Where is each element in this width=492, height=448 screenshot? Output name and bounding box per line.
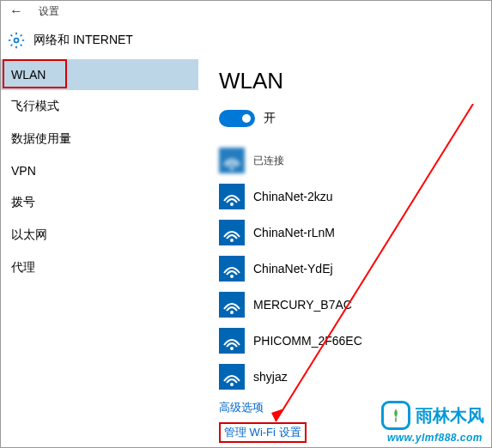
sidebar-item-vpn[interactable]: VPN [1,155,198,186]
sidebar-item-wlan[interactable]: WLAN [1,59,198,90]
watermark-text: 雨林木风 [416,404,484,427]
svg-point-8 [230,275,234,278]
wifi-icon [219,148,245,173]
network-item[interactable]: 已连接 [219,142,484,179]
network-name: ChinaNet-2kzu [253,190,333,203]
network-status: 已连接 [253,154,284,166]
back-button[interactable]: ← [9,3,23,19]
wifi-icon [219,364,245,390]
sidebar-item-dialup[interactable]: 拨号 [1,186,198,219]
header-title: 设置 [39,4,59,19]
section-title: 网络和 INTERNET [33,33,133,48]
manage-wifi-link[interactable]: 管理 Wi-Fi 设置 [219,422,307,443]
sidebar-item-data-usage[interactable]: 数据使用量 [1,123,198,155]
sidebar-item-proxy[interactable]: 代理 [1,251,198,284]
wifi-icon [219,328,245,354]
network-name: ChinaNet-YdEj [253,262,333,275]
sidebar-item-ethernet[interactable]: 以太网 [1,219,198,251]
network-list: 已连接 ChinaNet-2kzu ChinaNet-rLnM ChinaNet… [219,142,484,395]
wifi-icon [219,220,245,245]
watermark-icon [381,401,410,430]
svg-point-10 [230,311,234,314]
watermark: 雨林木风 [381,401,484,430]
network-name: ChinaNet-rLnM [253,226,335,239]
network-item[interactable]: MERCURY_B7AC [219,287,484,323]
svg-point-12 [230,347,234,350]
wifi-icon [219,256,245,282]
svg-point-0 [15,39,19,43]
svg-point-6 [230,239,234,242]
network-item[interactable]: PHICOMM_2F66EC [219,323,484,359]
wlan-toggle[interactable] [219,110,255,127]
svg-point-14 [230,383,234,386]
toggle-label: 开 [264,111,276,126]
network-item[interactable]: ChinaNet-2kzu [219,179,484,215]
network-item[interactable]: shyjaz [219,359,484,395]
page-title: WLAN [219,68,484,94]
network-item[interactable]: ChinaNet-rLnM [219,215,484,251]
network-name: shyjaz [253,370,288,384]
sidebar-item-airplane[interactable]: 飞行模式 [1,90,198,123]
wifi-icon [219,184,245,209]
svg-point-4 [230,203,234,206]
main-content: WLAN 开 已连接 ChinaNet-2kzu ChinaNet [198,59,491,447]
network-name: MERCURY_B7AC [253,298,352,312]
sidebar: WLAN 飞行模式 数据使用量 VPN 拨号 以太网 代理 [1,59,198,447]
gear-icon [8,32,25,49]
svg-point-2 [230,166,234,170]
network-item[interactable]: ChinaNet-YdEj [219,251,484,287]
wifi-icon [219,292,245,318]
watermark-url: www.ylmf888.com [387,432,483,444]
network-name: PHICOMM_2F66EC [253,334,362,348]
